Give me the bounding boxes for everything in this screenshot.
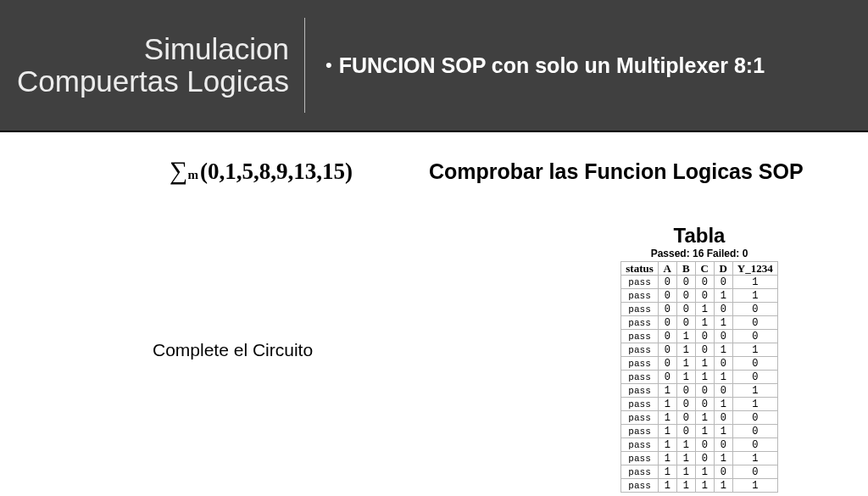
cell-status: pass bbox=[621, 425, 659, 438]
cell-value: 0 bbox=[714, 465, 732, 479]
cell-value: 1 bbox=[658, 438, 676, 452]
cell-value: 0 bbox=[676, 398, 695, 411]
table-row: pass01011 bbox=[621, 343, 777, 357]
table-title: Tabla bbox=[606, 224, 793, 248]
table-summary: Passed: 16 Failed: 0 bbox=[606, 248, 793, 259]
cell-value: 0 bbox=[695, 330, 714, 343]
cell-value: 1 bbox=[732, 452, 777, 465]
cell-value: 1 bbox=[732, 479, 777, 493]
slide-header: Simulacion Compuertas Logicas • FUNCION … bbox=[0, 0, 868, 131]
cell-value: 0 bbox=[732, 411, 777, 425]
cell-value: 0 bbox=[658, 371, 676, 384]
cell-status: pass bbox=[621, 438, 659, 452]
cell-value: 0 bbox=[658, 276, 676, 289]
cell-value: 1 bbox=[658, 479, 676, 493]
cell-value: 1 bbox=[676, 330, 695, 343]
cell-value: 1 bbox=[714, 452, 732, 465]
cell-value: 1 bbox=[695, 479, 714, 493]
cell-value: 0 bbox=[714, 357, 732, 371]
sigma-subscript: m bbox=[187, 168, 198, 182]
cell-value: 0 bbox=[676, 276, 695, 289]
col-header-a: A bbox=[658, 262, 676, 276]
cell-value: 0 bbox=[676, 316, 695, 330]
cell-value: 0 bbox=[732, 316, 777, 330]
cell-status: pass bbox=[621, 398, 659, 411]
cell-value: 1 bbox=[676, 371, 695, 384]
header-title-line2: Compuertas Logicas bbox=[17, 65, 289, 98]
cell-value: 0 bbox=[695, 276, 714, 289]
cell-status: pass bbox=[621, 371, 659, 384]
cell-value: 1 bbox=[714, 289, 732, 303]
header-subtitle: FUNCION SOP con solo un Multiplexer 8:1 bbox=[339, 53, 765, 78]
col-header-y: Y_1234 bbox=[732, 262, 777, 276]
cell-value: 0 bbox=[676, 289, 695, 303]
table-row: pass00011 bbox=[621, 289, 777, 303]
cell-status: pass bbox=[621, 411, 659, 425]
cell-value: 1 bbox=[676, 452, 695, 465]
cell-value: 0 bbox=[658, 357, 676, 371]
cell-value: 0 bbox=[676, 303, 695, 316]
cell-value: 1 bbox=[695, 303, 714, 316]
cell-value: 1 bbox=[732, 398, 777, 411]
table-row: pass00100 bbox=[621, 303, 777, 316]
cell-value: 0 bbox=[732, 303, 777, 316]
cell-status: pass bbox=[621, 357, 659, 371]
cell-value: 0 bbox=[714, 330, 732, 343]
cell-value: 0 bbox=[658, 289, 676, 303]
cell-value: 1 bbox=[732, 343, 777, 357]
cell-value: 0 bbox=[714, 276, 732, 289]
cell-value: 1 bbox=[695, 316, 714, 330]
cell-value: 0 bbox=[676, 411, 695, 425]
sigma-expression: ∑m(0,1,5,8,9,13,15) bbox=[170, 156, 353, 185]
table-row: pass01100 bbox=[621, 357, 777, 371]
cell-value: 1 bbox=[714, 343, 732, 357]
cell-value: 1 bbox=[658, 465, 676, 479]
cell-status: pass bbox=[621, 343, 659, 357]
table-row: pass01110 bbox=[621, 371, 777, 384]
table-row: pass11000 bbox=[621, 438, 777, 452]
cell-status: pass bbox=[621, 276, 659, 289]
col-header-b: B bbox=[676, 262, 695, 276]
cell-status: pass bbox=[621, 479, 659, 493]
cell-status: pass bbox=[621, 330, 659, 343]
cell-value: 1 bbox=[695, 465, 714, 479]
cell-value: 0 bbox=[714, 438, 732, 452]
header-subtitle-block: • FUNCION SOP con solo un Multiplexer 8:… bbox=[305, 53, 765, 78]
cell-status: pass bbox=[621, 316, 659, 330]
header-title-block: Simulacion Compuertas Logicas bbox=[17, 18, 305, 113]
cell-value: 0 bbox=[732, 438, 777, 452]
cell-status: pass bbox=[621, 303, 659, 316]
cell-value: 1 bbox=[658, 452, 676, 465]
formula-row: ∑m(0,1,5,8,9,13,15) Comprobar las Funcio… bbox=[0, 156, 868, 185]
table-header-row: status A B C D Y_1234 bbox=[621, 262, 777, 276]
header-title-line1: Simulacion bbox=[17, 33, 289, 66]
table-row: pass01000 bbox=[621, 330, 777, 343]
cell-value: 0 bbox=[676, 384, 695, 398]
cell-value: 0 bbox=[658, 343, 676, 357]
table-row: pass10100 bbox=[621, 411, 777, 425]
bullet-icon: • bbox=[326, 54, 332, 76]
cell-value: 0 bbox=[658, 303, 676, 316]
cell-value: 0 bbox=[732, 357, 777, 371]
cell-value: 0 bbox=[714, 303, 732, 316]
table-row: pass11100 bbox=[621, 465, 777, 479]
cell-value: 1 bbox=[676, 357, 695, 371]
cell-value: 0 bbox=[714, 411, 732, 425]
cell-value: 0 bbox=[695, 398, 714, 411]
sigma-symbol: ∑ bbox=[170, 156, 187, 185]
truth-table-block: Tabla Passed: 16 Failed: 0 status A B C … bbox=[606, 224, 793, 493]
col-header-status: status bbox=[621, 262, 659, 276]
cell-value: 1 bbox=[658, 398, 676, 411]
cell-value: 0 bbox=[658, 330, 676, 343]
col-header-c: C bbox=[695, 262, 714, 276]
cell-status: pass bbox=[621, 384, 659, 398]
cell-value: 1 bbox=[676, 479, 695, 493]
cell-value: 1 bbox=[658, 384, 676, 398]
col-header-d: D bbox=[714, 262, 732, 276]
cell-value: 0 bbox=[714, 384, 732, 398]
cell-value: 1 bbox=[658, 425, 676, 438]
cell-status: pass bbox=[621, 465, 659, 479]
cell-value: 1 bbox=[695, 425, 714, 438]
cell-value: 0 bbox=[732, 465, 777, 479]
cell-value: 1 bbox=[695, 411, 714, 425]
